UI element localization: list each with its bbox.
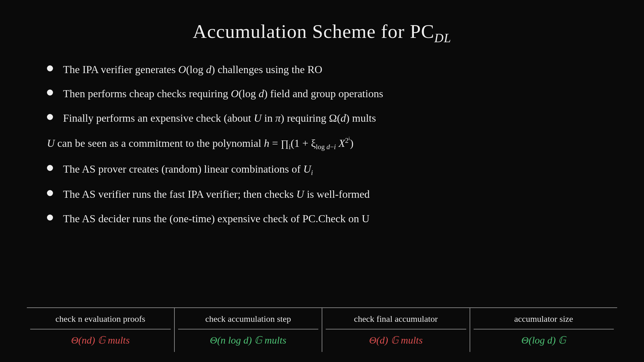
bullet-item-6: The AS decider runs the (one-time) expen… [47,211,617,226]
table-divider-4 [474,329,614,329]
bullet-text-6: The AS decider runs the (one-time) expen… [63,211,617,226]
bullet-text-1: The IPA verifier generates O(log d) chal… [63,62,617,77]
bullet-item-1: The IPA verifier generates O(log d) chal… [47,62,617,77]
slide: Accumulation Scheme for PCDL The IPA ver… [0,0,644,362]
table-header-4: accumulator size [514,314,573,324]
bullet-text-4: The AS prover creates (random) linear co… [63,162,617,178]
bullet-dot-1 [47,65,53,71]
table-col-4: accumulator size Θ(log d) 𝔾 [470,308,618,352]
polynomial-line: U can be seen as a commitment to the pol… [47,135,617,152]
table-value-3: Θ(d) 𝔾 mults [369,334,423,346]
bullet-item-5: The AS verifier runs the fast IPA verifi… [47,187,617,202]
bullet-text-3: Finally performs an expensive check (abo… [63,111,617,126]
table-col-2: check accumulation step Θ(n log d) 𝔾 mul… [175,308,323,352]
bullet-dot-5 [47,190,53,196]
table-divider-1 [30,329,171,329]
table-col-3: check final accumulator Θ(d) 𝔾 mults [322,308,470,352]
table-header-2: check accumulation step [205,314,291,324]
bullet-item-4: The AS prover creates (random) linear co… [47,162,617,178]
bullet-dot-6 [47,215,53,221]
table-col-1: check n evaluation proofs Θ(nd) 𝔾 mults [27,308,175,352]
table-value-1: Θ(nd) 𝔾 mults [71,334,130,346]
table-header-3: check final accumulator [354,314,438,324]
title-text: Accumulation Scheme for PCDL [193,20,451,42]
bullet-text-2: Then performs cheap checks requiring O(l… [63,86,617,101]
slide-title: Accumulation Scheme for PCDL [27,20,617,45]
content-area: The IPA verifier generates O(log d) chal… [27,62,617,297]
bullet-dot-3 [47,114,53,120]
table-header-1: check n evaluation proofs [55,314,145,324]
bullet-text-5: The AS verifier runs the fast IPA verifi… [63,187,617,202]
bullet-item-3: Finally performs an expensive check (abo… [47,111,617,126]
bullet-item-2: Then performs cheap checks requiring O(l… [47,86,617,101]
table-value-4: Θ(log d) 𝔾 [521,334,566,346]
bullet-dot-4 [47,165,53,171]
bullet-dot-2 [47,89,53,96]
title-subscript: DL [434,31,451,45]
table-value-2: Θ(n log d) 𝔾 mults [210,334,286,346]
bottom-table: check n evaluation proofs Θ(nd) 𝔾 mults … [27,307,617,352]
table-divider-2 [178,329,319,329]
table-divider-3 [326,329,466,329]
